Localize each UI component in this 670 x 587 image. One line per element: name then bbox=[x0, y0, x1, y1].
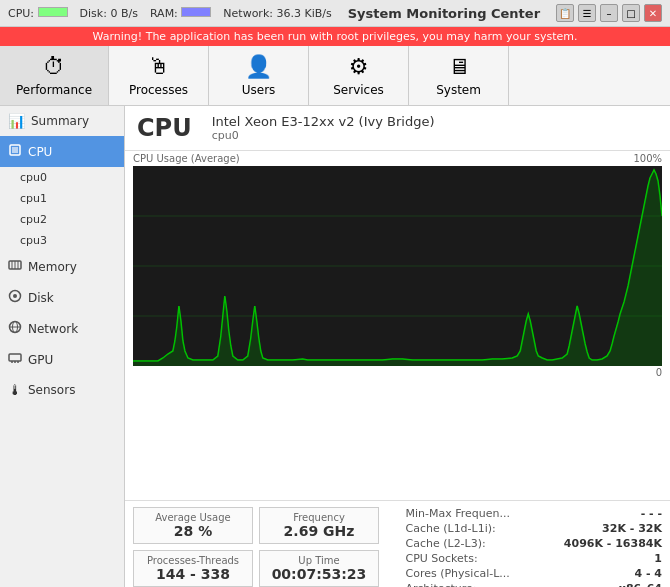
sidebar-item-cpu0[interactable]: cpu0 bbox=[0, 167, 124, 188]
uptime-box: Up Time 00:07:53:23 bbox=[259, 550, 379, 587]
top-nav: ⏱ Performance 🖱 Processes 👤 Users ⚙ Serv… bbox=[0, 46, 670, 106]
cache-l1-key: Cache (L1d-L1i): bbox=[406, 522, 496, 535]
content-area: CPU Intel Xeon E3-12xx v2 (Ivy Bridge) c… bbox=[125, 106, 670, 587]
frequency-label: Frequency bbox=[268, 512, 370, 523]
processes-threads-label: Processes-Threads bbox=[142, 555, 244, 566]
ram-indicator bbox=[181, 7, 211, 17]
uptime-value: 00:07:53:23 bbox=[268, 566, 370, 582]
svg-rect-1 bbox=[12, 147, 18, 153]
average-usage-value: 28 % bbox=[142, 523, 244, 539]
processes-icon: 🖱 bbox=[148, 54, 170, 79]
info-row-cores: Cores (Physical-L... 4 - 4 bbox=[406, 567, 663, 580]
close-button[interactable]: ✕ bbox=[644, 4, 662, 22]
minimize-button[interactable]: – bbox=[600, 4, 618, 22]
stats-right: Min-Max Frequen... - - - Cache (L1d-L1i)… bbox=[398, 507, 663, 587]
system-icon: 🖥 bbox=[448, 54, 470, 79]
svg-rect-11 bbox=[9, 354, 21, 361]
sidebar-item-cpu[interactable]: CPU bbox=[0, 136, 124, 167]
ram-label: RAM: bbox=[150, 7, 211, 20]
arch-key: Architecture: bbox=[406, 582, 477, 587]
info-row-minmax: Min-Max Frequen... - - - bbox=[406, 507, 663, 520]
services-icon: ⚙ bbox=[349, 54, 369, 79]
chart-container: CPU Usage (Average) 100% 0 bbox=[125, 151, 670, 500]
window-controls: 📋 ☰ – □ ✕ bbox=[556, 4, 662, 22]
stat-row-bottom: Processes-Threads 144 - 338 Up Time 00:0… bbox=[133, 550, 390, 587]
disk-icon bbox=[8, 289, 22, 306]
network-icon bbox=[8, 320, 22, 337]
processes-threads-value: 144 - 338 bbox=[142, 566, 244, 582]
average-usage-label: Average Usage bbox=[142, 512, 244, 523]
gpu-icon bbox=[8, 351, 22, 368]
cpu-icon bbox=[8, 143, 22, 160]
sidebar-item-cpu2[interactable]: cpu2 bbox=[0, 209, 124, 230]
disk-info: Disk: 0 B/s bbox=[80, 7, 138, 20]
cores-val: 4 - 4 bbox=[634, 567, 662, 580]
info-row-sockets: CPU Sockets: 1 bbox=[406, 552, 663, 565]
stats-area: Average Usage 28 % Frequency 2.69 GHz Pr… bbox=[125, 500, 670, 587]
sidebar-item-disk[interactable]: Disk bbox=[0, 282, 124, 313]
sidebar-item-summary[interactable]: 📊 Summary bbox=[0, 106, 124, 136]
nav-users[interactable]: 👤 Users bbox=[209, 46, 309, 105]
cache-l2-key: Cache (L2-L3): bbox=[406, 537, 486, 550]
sockets-key: CPU Sockets: bbox=[406, 552, 478, 565]
info-button[interactable]: 📋 bbox=[556, 4, 574, 22]
sidebar-item-memory[interactable]: Memory bbox=[0, 251, 124, 282]
sensors-icon: 🌡 bbox=[8, 382, 22, 398]
performance-icon: ⏱ bbox=[43, 54, 65, 79]
minmax-freq-val: - - - bbox=[641, 507, 662, 520]
info-table: Min-Max Frequen... - - - Cache (L1d-L1i)… bbox=[406, 507, 663, 587]
cpu-indicator bbox=[38, 7, 68, 17]
sidebar-item-cpu1[interactable]: cpu1 bbox=[0, 188, 124, 209]
svg-marker-18 bbox=[133, 170, 662, 366]
nav-processes[interactable]: 🖱 Processes bbox=[109, 46, 209, 105]
arch-val: x86_64 bbox=[619, 582, 662, 587]
sidebar-item-sensors[interactable]: 🌡 Sensors bbox=[0, 375, 124, 405]
cpu-chart-svg bbox=[133, 166, 662, 366]
minmax-freq-key: Min-Max Frequen... bbox=[406, 507, 510, 520]
average-usage-box: Average Usage 28 % bbox=[133, 507, 253, 544]
nav-performance[interactable]: ⏱ Performance bbox=[0, 46, 109, 105]
users-icon: 👤 bbox=[245, 54, 272, 79]
info-row-arch: Architecture: x86_64 bbox=[406, 582, 663, 587]
cpu-model: Intel Xeon E3-12xx v2 (Ivy Bridge) bbox=[212, 114, 435, 129]
chart-area bbox=[133, 166, 662, 366]
menu-button[interactable]: ☰ bbox=[578, 4, 596, 22]
maximize-button[interactable]: □ bbox=[622, 4, 640, 22]
titlebar: CPU: Disk: 0 B/s RAM: Network: 36.3 KiB/… bbox=[0, 0, 670, 27]
main-layout: 📊 Summary CPU cpu0 cpu1 cpu2 cpu3 Memory bbox=[0, 106, 670, 587]
titlebar-left: CPU: Disk: 0 B/s RAM: Network: 36.3 KiB/… bbox=[8, 7, 332, 20]
frequency-box: Frequency 2.69 GHz bbox=[259, 507, 379, 544]
warning-bar: Warning! The application has been run wi… bbox=[0, 27, 670, 46]
cache-l2-val: 4096K - 16384K bbox=[564, 537, 662, 550]
processes-threads-box: Processes-Threads 144 - 338 bbox=[133, 550, 253, 587]
app-title: System Monitoring Center bbox=[348, 6, 540, 21]
network-info: Network: 36.3 KiB/s bbox=[223, 7, 331, 20]
sidebar-item-cpu3[interactable]: cpu3 bbox=[0, 230, 124, 251]
memory-icon bbox=[8, 258, 22, 275]
uptime-label: Up Time bbox=[268, 555, 370, 566]
cpu-title: CPU bbox=[137, 114, 192, 142]
cores-key: Cores (Physical-L... bbox=[406, 567, 510, 580]
chart-labels: CPU Usage (Average) 100% bbox=[133, 153, 662, 166]
sidebar-item-network[interactable]: Network bbox=[0, 313, 124, 344]
chart-bottom-label: 0 bbox=[133, 366, 662, 378]
nav-system[interactable]: 🖥 System bbox=[409, 46, 509, 105]
stat-row-top: Average Usage 28 % Frequency 2.69 GHz bbox=[133, 507, 390, 544]
info-row-cache-l1: Cache (L1d-L1i): 32K - 32K bbox=[406, 522, 663, 535]
summary-icon: 📊 bbox=[8, 113, 25, 129]
sockets-val: 1 bbox=[654, 552, 662, 565]
stats-left: Average Usage 28 % Frequency 2.69 GHz Pr… bbox=[133, 507, 390, 587]
nav-services[interactable]: ⚙ Services bbox=[309, 46, 409, 105]
cpu-info: Intel Xeon E3-12xx v2 (Ivy Bridge) cpu0 bbox=[212, 114, 435, 142]
cache-l1-val: 32K - 32K bbox=[602, 522, 662, 535]
sidebar-item-gpu[interactable]: GPU bbox=[0, 344, 124, 375]
frequency-value: 2.69 GHz bbox=[268, 523, 370, 539]
cpu-label: CPU: bbox=[8, 7, 68, 20]
info-row-cache-l2: Cache (L2-L3): 4096K - 16384K bbox=[406, 537, 663, 550]
cpu-header: CPU Intel Xeon E3-12xx v2 (Ivy Bridge) c… bbox=[125, 106, 670, 151]
sidebar: 📊 Summary CPU cpu0 cpu1 cpu2 cpu3 Memory bbox=[0, 106, 125, 587]
cpu-id: cpu0 bbox=[212, 129, 435, 142]
svg-point-7 bbox=[13, 294, 17, 298]
